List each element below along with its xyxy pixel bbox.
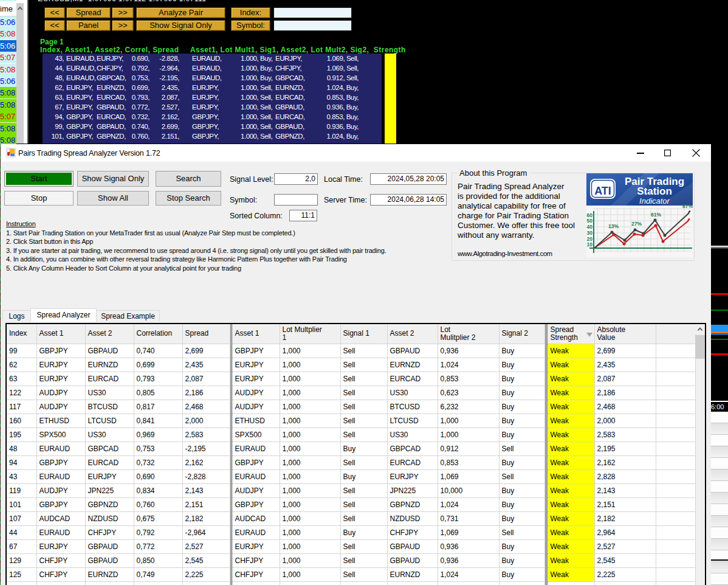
svg-text:40: 40 [587,224,593,230]
svg-text:61%: 61% [651,212,661,218]
svg-text:Station: Station [637,185,672,197]
svg-text:10: 10 [587,241,593,248]
svg-text:50: 50 [587,218,593,224]
svg-text:27%: 27% [631,221,642,227]
svg-text:13%: 13% [608,223,619,229]
svg-text:ATI: ATI [594,185,611,197]
svg-text:Indicator: Indicator [639,196,670,206]
svg-text:87%: 87% [682,203,693,209]
svg-text:30: 30 [587,230,593,236]
